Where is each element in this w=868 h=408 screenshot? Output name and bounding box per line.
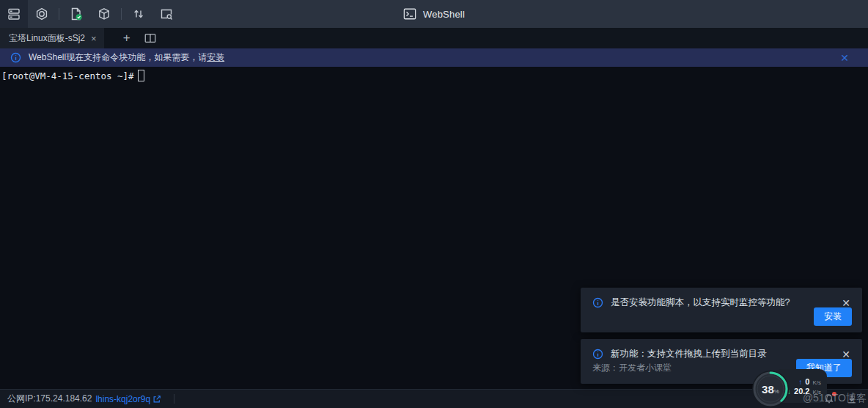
public-ip-label: 公网IP:175.24.184.62	[7, 393, 92, 405]
instance-link[interactable]: lhins-kqj2or9q	[95, 394, 161, 404]
tab-close-icon[interactable]: ×	[91, 34, 97, 43]
settings-gear-icon[interactable]	[28, 0, 56, 28]
topbar-divider	[59, 8, 59, 20]
download-icon[interactable]	[846, 393, 858, 405]
download-speed-unit: K/s	[812, 389, 821, 396]
file-check-icon[interactable]	[62, 0, 90, 28]
toast-footer: 安装	[592, 307, 852, 326]
install-button[interactable]: 安装	[814, 307, 852, 326]
external-link-icon	[152, 395, 161, 404]
info-banner-text: WebShell现在支持命令块功能，如果需要，请安装	[29, 51, 224, 64]
info-icon	[592, 349, 603, 360]
toast-close-icon[interactable]: ✕	[840, 298, 852, 308]
toast-header: 新功能：支持文件拖拽上传到当前目录 ✕	[581, 339, 862, 360]
tab-label: 宝塔Linux面板-sSj2	[9, 32, 85, 45]
info-icon	[10, 52, 21, 63]
download-speed-value: 20.2	[794, 387, 809, 396]
toast-header: 是否安装功能脚本，以支持实时监控等功能? ✕	[581, 288, 862, 309]
gauge-percent: 38	[762, 383, 774, 396]
webshell-app: WebShell 宝塔Linux面板-sSj2 × + WebShell现在支持…	[0, 0, 868, 408]
webshell-terminal-icon	[403, 7, 416, 21]
upload-speed-value: 0	[805, 377, 809, 386]
panel-list-icon[interactable]	[0, 0, 28, 28]
upload-speed-unit: K/s	[812, 379, 821, 386]
toast-close-icon[interactable]: ✕	[840, 349, 852, 360]
info-icon	[592, 297, 603, 308]
notification-badge	[832, 392, 836, 396]
window-search-icon[interactable]	[152, 0, 180, 28]
package-box-icon[interactable]	[90, 0, 118, 28]
tabbar: 宝塔Linux面板-sSj2 × +	[0, 28, 868, 48]
toast-source-label: 来源：开发者小课堂	[592, 362, 672, 374]
upload-arrow-icon: ↑	[798, 378, 802, 386]
sort-arrows-icon[interactable]	[125, 0, 152, 28]
app-title: WebShell	[423, 9, 465, 20]
statusbar-left: 公网IP:175.24.184.62 lhins-kqj2or9q	[7, 393, 174, 405]
statusbar-divider	[174, 394, 174, 404]
gauge-value: 38 %	[751, 370, 790, 408]
topbar-divider	[121, 8, 122, 20]
new-tab-button[interactable]: +	[114, 28, 139, 48]
terminal-cursor	[138, 70, 144, 81]
topbar: WebShell	[0, 0, 868, 28]
topbar-icon-group	[0, 0, 180, 28]
install-script-toast: 是否安装功能脚本，以支持实时监控等功能? ✕ 安装	[581, 288, 862, 332]
info-banner: WebShell现在支持命令块功能，如果需要，请安装 ✕	[0, 48, 868, 67]
statusbar: 公网IP:175.24.184.62 lhins-kqj2or9q	[0, 389, 868, 408]
gauge-percent-sign: %	[774, 388, 779, 395]
upload-speed-row: ↑ 0 K/s	[798, 377, 821, 386]
terminal-prompt: [root@VM-4-15-centos ~]#	[1, 70, 134, 81]
download-speed-row: ↓ 20.2 K/s	[787, 387, 821, 396]
info-banner-close-icon[interactable]: ✕	[840, 53, 849, 63]
resource-gauge[interactable]: 38 %	[751, 370, 790, 408]
tab-baota-panel[interactable]: 宝塔Linux面板-sSj2 ×	[0, 28, 104, 48]
split-view-icon[interactable]	[139, 28, 161, 48]
install-link[interactable]: 安装	[207, 52, 224, 62]
